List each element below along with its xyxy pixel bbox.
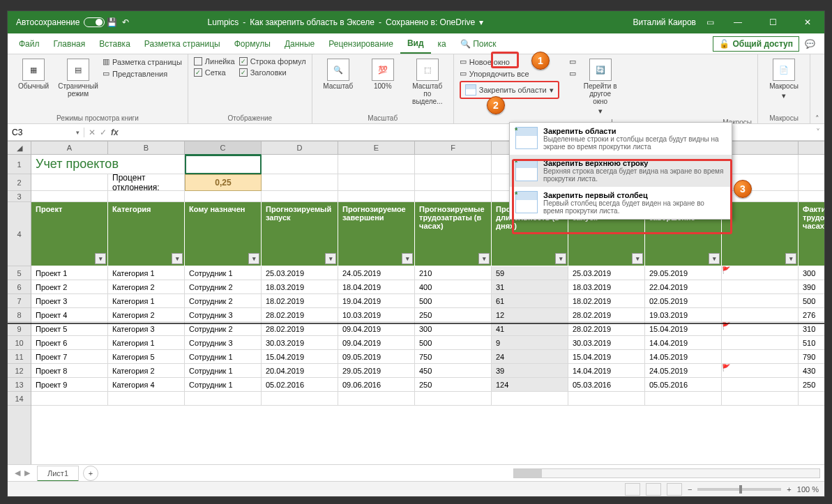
table-header-cell[interactable]: Прогнозируемое завершени [338, 202, 415, 266]
freeze-panes-button[interactable]: Закрепить области ▾ [460, 81, 559, 99]
freeze-panes-option[interactable]: Закрепить областиВыделенные строки и сто… [510, 123, 732, 155]
cell[interactable] [31, 174, 108, 191]
name-box[interactable]: C3▾ [8, 128, 84, 137]
data-cell[interactable]: 28.02.2019 [568, 322, 645, 336]
data-cell[interactable]: Сотрудник 1 [185, 378, 262, 392]
chk-gridlines[interactable]: Сетка [194, 68, 235, 77]
chk-formulabar[interactable]: Строка формул [239, 57, 306, 66]
data-cell[interactable]: 790 [799, 350, 824, 364]
undo-icon[interactable]: ↶ [119, 15, 133, 29]
data-cell[interactable] [722, 308, 799, 322]
table-header-cell[interactable]: Проект [31, 202, 108, 266]
data-cell[interactable]: 18.02.2019 [262, 294, 338, 308]
data-cell[interactable] [722, 266, 799, 280]
macros-button[interactable]: 📄Макросы▾ [764, 57, 804, 102]
data-cell[interactable]: 500 [799, 294, 824, 308]
comments-button[interactable]: 💬 [799, 39, 820, 49]
data-cell[interactable]: 400 [415, 280, 492, 294]
data-cell[interactable]: Сотрудник 1 [185, 364, 262, 378]
data-cell[interactable]: 18.04.2019 [338, 280, 415, 294]
tab-ka[interactable]: ка [431, 35, 453, 53]
data-cell[interactable]: 28.02.2019 [262, 308, 338, 322]
cell[interactable] [722, 155, 799, 174]
save-icon[interactable]: 💾 [105, 15, 119, 29]
zoom-selection-button[interactable]: ⬚Масштаб по выделе... [407, 57, 448, 107]
fx-icon[interactable]: fx [111, 128, 119, 137]
data-cell[interactable]: 25.03.2019 [568, 266, 645, 280]
switch-windows-button[interactable]: 🔄Перейти в другое окно▾ [580, 57, 621, 117]
data-cell[interactable]: 24.05.2019 [645, 364, 722, 378]
cell[interactable] [31, 392, 108, 406]
data-cell[interactable]: Проект 3 [31, 294, 108, 308]
data-cell[interactable]: Сотрудник 3 [185, 308, 262, 322]
data-cell[interactable]: 300 [415, 322, 492, 336]
data-cell[interactable]: 430 [799, 364, 824, 378]
data-cell[interactable]: 500 [415, 336, 492, 350]
data-cell[interactable]: 18.03.2019 [262, 280, 338, 294]
data-cell[interactable]: Категория 3 [108, 322, 185, 336]
view-normal-button[interactable]: ▦Обычный [13, 57, 54, 91]
row-header[interactable]: 10 [8, 336, 31, 350]
data-cell[interactable]: 124 [492, 378, 568, 392]
cell[interactable] [262, 392, 338, 406]
data-cell[interactable]: 39 [492, 364, 568, 378]
tab-home[interactable]: Главная [47, 35, 93, 53]
data-cell[interactable]: 30.03.2019 [568, 336, 645, 350]
minimize-button[interactable]: — [724, 12, 752, 33]
cell[interactable] [799, 155, 824, 174]
row-header[interactable]: 1 [8, 155, 31, 174]
cell[interactable] [415, 155, 492, 174]
data-cell[interactable]: Проект 5 [31, 322, 108, 336]
data-cell[interactable]: 14.04.2019 [568, 364, 645, 378]
data-cell[interactable]: 22.04.2019 [645, 280, 722, 294]
data-cell[interactable]: 19.04.2019 [338, 294, 415, 308]
data-cell[interactable]: Сотрудник 2 [185, 322, 262, 336]
data-cell[interactable]: 276 [799, 308, 824, 322]
cell[interactable] [262, 191, 338, 202]
tab-review[interactable]: Рецензирование [322, 35, 400, 53]
row-header[interactable]: 14 [8, 392, 31, 406]
data-cell[interactable]: 09.04.2019 [338, 322, 415, 336]
data-cell[interactable]: 19.03.2019 [645, 308, 722, 322]
arrange-all-button[interactable]: ▭ Упорядочить все [460, 69, 559, 78]
row-header[interactable]: 2 [8, 174, 31, 191]
zoom-label[interactable]: 100 % [797, 485, 819, 494]
view-pagelayout-button[interactable]: ▥ Разметка страницы [103, 57, 182, 66]
cell[interactable] [338, 155, 415, 174]
pct-value-cell[interactable]: 0,25 [185, 174, 262, 191]
view-layout-icon[interactable] [646, 483, 661, 496]
data-cell[interactable]: 30.03.2019 [262, 336, 338, 350]
table-header-cell[interactable]: Категория [108, 202, 185, 266]
data-cell[interactable]: Проект 8 [31, 364, 108, 378]
col-header[interactable]: C [185, 142, 262, 155]
data-cell[interactable]: 10.03.2019 [338, 308, 415, 322]
data-cell[interactable]: 05.02.2016 [262, 378, 338, 392]
data-cell[interactable]: 09.06.2016 [338, 378, 415, 392]
close-button[interactable]: ✕ [794, 12, 822, 33]
data-cell[interactable]: 450 [415, 364, 492, 378]
data-cell[interactable]: Категория 1 [108, 294, 185, 308]
data-cell[interactable] [722, 378, 799, 392]
cell[interactable] [185, 392, 262, 406]
row-header[interactable]: 11 [8, 350, 31, 364]
view-break-icon[interactable] [667, 483, 682, 496]
select-all-corner[interactable]: ◢ [8, 141, 31, 155]
row-header[interactable]: 6 [8, 280, 31, 294]
tab-file[interactable]: Файл [12, 35, 47, 53]
row-header[interactable]: 4 [8, 202, 31, 266]
sheet-tab-1[interactable]: Лист1 [37, 466, 79, 482]
data-cell[interactable]: 18.02.2019 [568, 294, 645, 308]
split-button[interactable]: ▭ [569, 57, 576, 66]
view-normal-icon[interactable] [625, 483, 640, 496]
cell[interactable] [645, 392, 722, 406]
data-cell[interactable]: Проект 4 [31, 308, 108, 322]
horizontal-scrollbar[interactable] [513, 468, 820, 478]
data-cell[interactable]: 41 [492, 322, 568, 336]
table-header-cell[interactable]: Фактические трудозатраты (в часах) [799, 202, 824, 266]
cell[interactable] [722, 392, 799, 406]
data-cell[interactable] [722, 336, 799, 350]
cell[interactable] [799, 174, 824, 191]
data-cell[interactable]: Категория 5 [108, 350, 185, 364]
row-header[interactable]: 13 [8, 378, 31, 392]
data-cell[interactable]: 05.05.2016 [645, 378, 722, 392]
